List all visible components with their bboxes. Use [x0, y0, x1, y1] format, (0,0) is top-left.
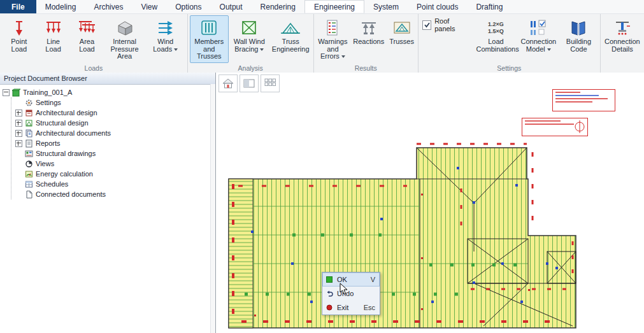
tab-archives[interactable]: Archives — [85, 0, 132, 13]
building-code-button[interactable]: Building Code — [559, 15, 598, 63]
dropdown-caret-icon — [341, 55, 345, 58]
ribbon-group-settings: Roof panels 1.2×G 1.5×Q Load Combination… — [419, 14, 601, 73]
structural-design-icon — [25, 119, 33, 127]
tree-item-architectural-documents[interactable]: Architectural documents — [15, 128, 215, 138]
tree-item-architectural-design[interactable]: Architectural design — [15, 108, 215, 118]
collapse-expander-icon[interactable] — [3, 89, 10, 96]
line-load-button[interactable]: Line Load — [38, 15, 69, 63]
load-combinations-icon: 1.2×G 1.5×Q — [488, 18, 504, 38]
building-code-icon — [569, 18, 588, 38]
trusses-button[interactable]: Trusses — [387, 15, 416, 63]
context-menu: OK V Undo Exit Esc — [322, 272, 380, 315]
roof-framing-plan[interactable] — [216, 73, 644, 333]
warnings-and-errors-icon — [323, 18, 342, 38]
tree-item-structural-design[interactable]: Structural design — [15, 118, 215, 128]
connection-details-button[interactable]: Connection Details — [603, 15, 642, 63]
members-and-trusses-button[interactable]: Members and Trusses — [190, 15, 229, 63]
ribbon-group-analysis: Members and Trusses Wall Wind Bracing Tr… — [188, 14, 314, 73]
tab-modeling[interactable]: Modeling — [36, 0, 85, 13]
expand-expander-icon[interactable] — [15, 120, 22, 127]
app-window: { "tabs": ["File","Modeling","Archives",… — [0, 0, 644, 333]
ribbon: Point Load Line Load Area Load Internal … — [0, 14, 644, 73]
internal-pressure-area-button[interactable]: Internal Pressure Area — [104, 15, 144, 63]
tab-point-clouds[interactable]: Point clouds — [408, 0, 467, 13]
architectural-design-icon — [25, 109, 33, 117]
group-label-connection-details — [602, 64, 643, 73]
tree-item-reports[interactable]: Reports — [15, 138, 215, 148]
schedule-icon — [25, 180, 33, 188]
project-document-browser-panel: Project Document Browser Training_001_A … — [0, 73, 216, 333]
reactions-button[interactable]: Reactions — [351, 15, 386, 63]
tab-rendering[interactable]: Rendering — [252, 0, 304, 13]
tab-view[interactable]: View — [132, 0, 166, 13]
tab-file[interactable]: File — [0, 0, 36, 13]
tree-item-settings[interactable]: Settings — [15, 97, 215, 108]
dropdown-caret-icon — [547, 48, 551, 51]
context-menu-item-exit[interactable]: Exit Esc — [322, 301, 380, 315]
reactions-icon — [359, 18, 378, 38]
tree-item-views[interactable]: Views — [15, 159, 215, 169]
tab-options[interactable]: Options — [166, 0, 210, 13]
wind-loads-button[interactable]: Wind Loads — [146, 15, 185, 63]
project-tree: Training_001_A Settings Architectural de… — [0, 85, 215, 199]
roof-panels-label: Roof panels — [434, 17, 469, 32]
internal-pressure-area-icon — [115, 18, 135, 38]
truss-engineering-button[interactable]: Truss Engineering — [270, 15, 311, 63]
connection-model-icon — [527, 18, 549, 38]
expand-expander-icon[interactable] — [15, 140, 22, 147]
document-icon — [25, 190, 33, 199]
tree-scrollbar[interactable] — [210, 84, 215, 333]
tab-output[interactable]: Output — [211, 0, 252, 13]
wind-loads-icon — [156, 18, 175, 38]
trusses-icon — [392, 18, 411, 38]
line-load-icon — [44, 18, 63, 38]
area-load-icon — [77, 18, 96, 38]
tab-engineering[interactable]: Engineering — [304, 0, 364, 13]
members-and-trusses-icon — [199, 18, 218, 38]
exit-icon — [326, 304, 333, 311]
drawing-icon — [25, 150, 33, 158]
point-load-button[interactable]: Point Load — [2, 15, 36, 63]
tree-item-connected-documents[interactable]: Connected documents — [15, 189, 215, 199]
expand-expander-icon[interactable] — [15, 130, 22, 137]
ribbon-group-results: Warnings and Errors Reactions Trusses Re… — [314, 14, 419, 73]
warnings-and-errors-button[interactable]: Warnings and Errors — [316, 15, 350, 63]
tab-system[interactable]: System — [364, 0, 408, 13]
roof-panels-checkbox-row[interactable]: Roof panels — [422, 17, 470, 32]
group-label-settings: Settings — [420, 64, 599, 73]
section-symbol-icon — [573, 120, 586, 134]
roof-panels-checkbox[interactable] — [422, 20, 431, 30]
context-menu-item-undo[interactable]: Undo — [322, 287, 380, 301]
project-cube-icon — [12, 89, 20, 97]
gear-icon — [25, 99, 33, 107]
panel-title: Project Document Browser — [0, 73, 215, 85]
mouse-cursor — [340, 283, 348, 295]
section-mark-annotation — [522, 118, 588, 136]
connection-model-button[interactable]: Connection Model — [519, 15, 558, 63]
ribbon-group-loads: Point Load Line Load Area Load Internal … — [0, 14, 188, 73]
expand-expander-icon[interactable] — [15, 110, 22, 117]
tree-item-energy-calculation[interactable]: Energy calculation — [15, 169, 215, 179]
energy-icon — [25, 170, 33, 178]
tree-item-schedules[interactable]: Schedules — [15, 179, 215, 189]
wall-wind-bracing-button[interactable]: Wall Wind Bracing — [230, 15, 269, 63]
tab-drafting[interactable]: Drafting — [467, 0, 512, 13]
group-label-loads: Loads — [1, 64, 186, 73]
load-combinations-button[interactable]: 1.2×G 1.5×Q Load Combinations — [474, 15, 517, 63]
point-load-icon — [10, 18, 29, 38]
connection-details-icon — [613, 18, 632, 38]
ribbon-tab-bar: File Modeling Archives View Options Outp… — [0, 0, 644, 14]
tree-children: Settings Architectural design Structural… — [11, 97, 215, 199]
drawing-canvas[interactable]: OK V Undo Exit Esc — [216, 73, 644, 333]
documents-icon — [25, 129, 33, 138]
undo-icon — [326, 290, 333, 297]
dropdown-caret-icon — [260, 48, 264, 51]
area-load-button[interactable]: Area Load — [70, 15, 103, 63]
views-icon — [25, 160, 33, 168]
dropdown-caret-icon — [174, 48, 178, 51]
tree-root-label: Training_001_A — [23, 89, 72, 96]
tree-root-row[interactable]: Training_001_A — [3, 87, 215, 97]
context-menu-item-ok[interactable]: OK V — [322, 273, 380, 287]
tree-item-structural-drawings[interactable]: Structural drawings — [15, 148, 215, 159]
group-label-analysis: Analysis — [189, 64, 312, 73]
